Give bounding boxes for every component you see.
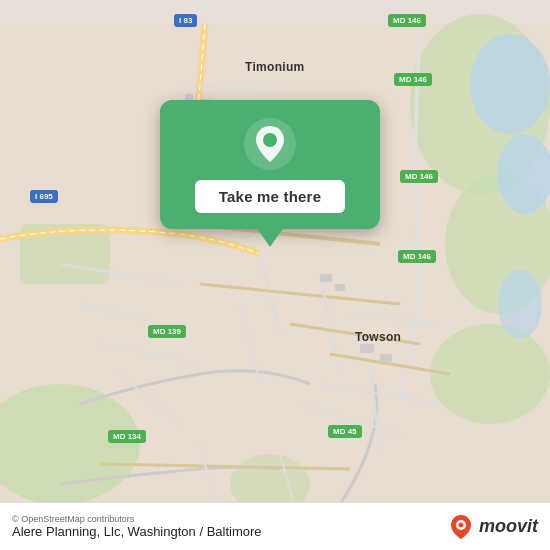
moovit-logo: moovit [447, 513, 538, 541]
city-label-timonium: Timonium [245, 60, 305, 74]
svg-rect-45 [335, 284, 345, 291]
highway-badge-md134: MD 134 [108, 430, 146, 443]
svg-rect-46 [360, 344, 374, 353]
take-me-there-button[interactable]: Take me there [195, 180, 345, 213]
svg-point-7 [470, 34, 550, 134]
bottom-left-info: © OpenStreetMap contributors Alere Plann… [12, 514, 262, 539]
svg-rect-44 [320, 274, 332, 282]
map-container: I 83 I 695 MD 146 MD 146 MD 146 MD 146 M… [0, 0, 550, 550]
highway-badge-i83: I 83 [174, 14, 197, 27]
location-name-text: Alere Planning, Llc, Washington / Baltim… [12, 524, 262, 539]
city-label-towson: Towson [355, 330, 401, 344]
svg-point-49 [263, 133, 277, 147]
popup-card: Take me there [160, 100, 380, 229]
highway-badge-md146-3: MD 146 [400, 170, 438, 183]
svg-rect-47 [380, 354, 392, 362]
highway-badge-md45: MD 45 [328, 425, 362, 438]
moovit-pin-icon [447, 513, 475, 541]
bottom-bar: © OpenStreetMap contributors Alere Plann… [0, 502, 550, 550]
highway-badge-md146-4: MD 146 [398, 250, 436, 263]
highway-badge-md139: MD 139 [148, 325, 186, 338]
highway-badge-md146-2: MD 146 [394, 73, 432, 86]
location-pin-icon [244, 118, 296, 170]
moovit-brand-text: moovit [479, 516, 538, 537]
svg-point-51 [458, 522, 463, 527]
highway-badge-md146-1: MD 146 [388, 14, 426, 27]
highway-badge-i695: I 695 [30, 190, 58, 203]
map-background [0, 0, 550, 550]
svg-point-9 [498, 269, 542, 339]
attribution-text: © OpenStreetMap contributors [12, 514, 262, 524]
